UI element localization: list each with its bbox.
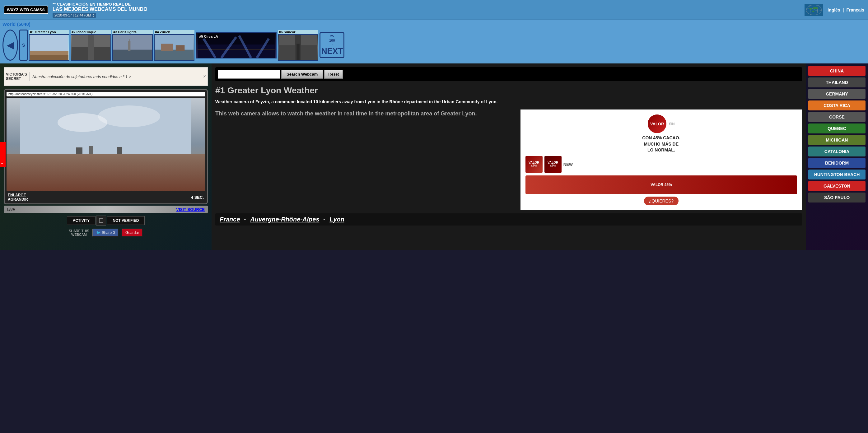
thumbnail-3[interactable]: #3 Paris lights (112, 30, 153, 61)
sidebar-germany[interactable]: GERMANY (808, 89, 866, 99)
search-input[interactable] (218, 70, 280, 79)
prev-arrow-icon[interactable]: ◀ (2, 30, 18, 61)
sec-label: 4 SEC. (191, 195, 204, 200)
thumbnail-1[interactable]: #1 Greater Lyon (29, 30, 69, 61)
next-label: NEXT (321, 47, 343, 56)
thumbnail-6[interactable]: #6 Suncor (278, 30, 318, 61)
lang-french[interactable]: Français (846, 7, 864, 12)
valor-ad[interactable]: VALOR SIN CON 45% CACAO.MUCHO MÁS DELO N… (521, 110, 802, 210)
sidebar-sao-paulo[interactable]: SÃO PAULO (808, 192, 866, 203)
search-button[interactable]: Search Webcam (281, 70, 323, 79)
cam-description: Weather camera of Feyzin, a commune loca… (215, 99, 802, 105)
ad-close-button[interactable]: ✕ (203, 74, 206, 79)
activity-square (96, 216, 106, 225)
share-label: SHARE THISWEBCAM (69, 229, 89, 237)
reset-button[interactable]: Reset (324, 70, 343, 79)
valor-cta-button[interactable]: ¿QUIERES? (644, 196, 679, 205)
valor-ad-content: VALOR SIN CON 45% CACAO.MUCHO MÁS DELO N… (522, 111, 800, 208)
svg-rect-10 (88, 35, 94, 60)
prev-arrow[interactable]: ◀ (2, 28, 18, 62)
pinterest-save-button[interactable]: Guardar (122, 229, 143, 237)
thumbnail-5-wide[interactable]: #5 Circa LA (196, 32, 277, 59)
live-label: Live (7, 207, 15, 212)
cam-name: Greater Lyon Weather (227, 86, 318, 95)
thumb-label-4: #4 Zürich (154, 30, 194, 34)
location-region[interactable]: Auvergne-Rhône-Alpes (250, 216, 319, 223)
location-bar: France - Auvergne-Rhône-Alpes - Lyon (215, 213, 802, 225)
main-content: VICTORIA'SSECRET Nuestra colección de su… (0, 63, 868, 250)
valor-image: VALOR 45% (525, 176, 797, 194)
header: WXYZ WEB CAMS® ** CLASIFICACIÓN EN TIEMP… (0, 0, 868, 20)
thumb-img-3 (112, 34, 153, 61)
svg-rect-34 (20, 157, 191, 191)
svg-point-32 (98, 105, 160, 127)
sidebar-galveston[interactable]: GALVESTON (808, 181, 866, 191)
nav-s-button[interactable]: S (19, 30, 28, 61)
svg-rect-7 (30, 55, 68, 60)
svg-rect-12 (113, 50, 152, 60)
search-bar: Search Webcam Reset (215, 67, 802, 81)
tagline2: LAS MEJORES WEBCAMS DEL MUNDO (53, 6, 800, 12)
svg-rect-18 (176, 45, 185, 51)
thumb-img-1 (29, 34, 69, 61)
next-icon: 25 100 → (329, 34, 335, 47)
svg-rect-37 (117, 147, 122, 160)
cam-title: #1 Greater Lyon Weather (215, 86, 802, 95)
tagline1: ** CLASIFICACIÓN EN TIEMPO REAL DE (53, 2, 800, 6)
sidebar-huntington-beach[interactable]: HUNTINGTON BEACH (808, 169, 866, 180)
red-side-bar[interactable]: ∞ (0, 142, 6, 167)
fb-label: Share 0 (102, 230, 115, 235)
svg-rect-25 (197, 49, 275, 50)
share-row: SHARE THISWEBCAM 🐦 Share 0 Guardar (4, 229, 208, 237)
visit-source-link[interactable]: VISIT SOURCE (176, 207, 205, 212)
thumb-img-4 (154, 34, 194, 61)
svg-point-4 (812, 10, 814, 12)
activity-inner (99, 218, 103, 223)
language-links[interactable]: Inglés | Français (828, 7, 864, 12)
thumbnail-4[interactable]: #4 Zürich (154, 30, 194, 61)
facebook-share-button[interactable]: 🐦 Share 0 (92, 229, 119, 237)
thumb-img-2 (71, 34, 111, 61)
svg-rect-29 (297, 43, 300, 60)
svg-rect-5 (30, 35, 68, 51)
logo[interactable]: WXYZ WEB CAMS® (4, 6, 48, 14)
world-map-icon[interactable] (805, 4, 823, 16)
thumb-img-5: #5 Circa LA (196, 32, 277, 59)
location-country[interactable]: France (220, 216, 240, 223)
sidebar-corse[interactable]: CORSE (808, 112, 866, 122)
svg-rect-33 (20, 154, 191, 191)
lang-english[interactable]: Inglés (828, 7, 840, 12)
svg-rect-14 (129, 39, 130, 42)
not-verified-button[interactable]: NOT VERIFIED (107, 216, 145, 225)
sidebar-michigan[interactable]: MICHIGAN (808, 135, 866, 145)
live-bar: Live VISIT SOURCE (4, 206, 208, 213)
thumbnails-container: ◀ S #1 Greater Lyon #2 PlaceCirque (2, 28, 866, 62)
svg-rect-0 (805, 4, 823, 16)
valor-products: VALOR45% VALOR45% NEW (525, 156, 797, 173)
ad-text: Nuestra colección de sujetadores más ven… (32, 74, 131, 79)
camera-frame: http://meteodefeyzin.free.fr 17/03/2020 … (4, 89, 208, 204)
cam-rank: #1 (215, 86, 227, 95)
header-title: ** CLASIFICACIÓN EN TIEMPO REAL DE LAS M… (53, 2, 800, 18)
next-button[interactable]: 25 100 → NEXT (319, 32, 344, 58)
right-sidebar: CHINA THAILAND GERMANY COSTA RICA CORSE … (806, 63, 868, 250)
location-city[interactable]: Lyon (330, 216, 344, 223)
sidebar-catalonia[interactable]: CATALONIA (808, 147, 866, 156)
thumbnail-2[interactable]: #2 PlaceCirque (71, 30, 111, 61)
sidebar-quebec[interactable]: QUEBEC (808, 123, 866, 133)
ad-banner[interactable]: VICTORIA'SSECRET Nuestra colección de su… (4, 67, 208, 86)
activity-bar: ACTIVITY NOT VERIFIED (4, 216, 208, 225)
sidebar-thailand[interactable]: THAILAND (808, 78, 866, 87)
sidebar-china[interactable]: CHINA (808, 66, 866, 76)
thumbnails-section: World (5040) ◀ S #1 Greater Lyon #2 Plac… (0, 20, 868, 63)
thumb-img-6 (278, 34, 318, 61)
sidebar-costa-rica[interactable]: COSTA RICA (808, 100, 866, 111)
svg-point-38 (83, 172, 88, 177)
sidebar-benidorm[interactable]: BENIDORM (808, 158, 866, 168)
svg-rect-35 (76, 148, 83, 160)
left-section: VICTORIA'SSECRET Nuestra colección de su… (0, 63, 212, 250)
activity-button[interactable]: ACTIVITY (67, 216, 96, 225)
enlarge-button[interactable]: ENLARGEAGRANDIR (8, 193, 28, 202)
cam-bottom-bar: ENLARGEAGRANDIR 4 SEC. (6, 193, 205, 202)
cam-url-bar: http://meteodefeyzin.free.fr 17/03/2020 … (6, 92, 205, 96)
